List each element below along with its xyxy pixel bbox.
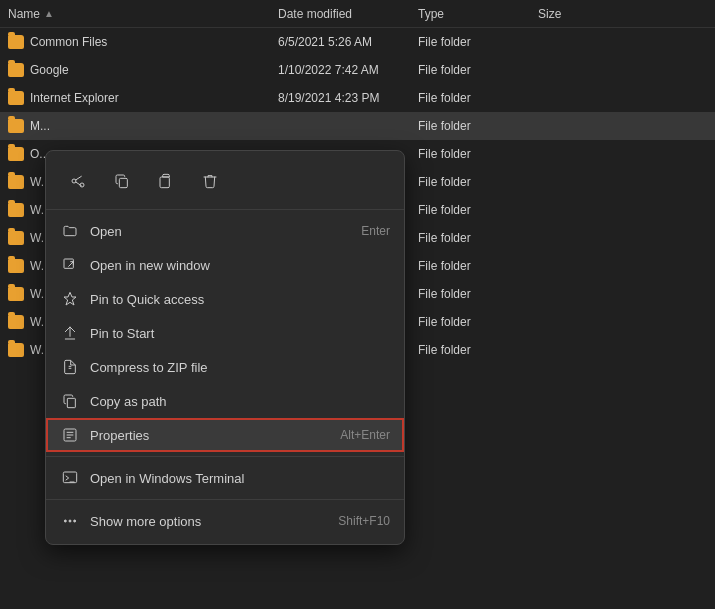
file-type-cell: File folder bbox=[418, 91, 538, 105]
menu-item-open-terminal[interactable]: Open in Windows Terminal bbox=[46, 461, 404, 495]
folder-icon bbox=[8, 147, 24, 161]
pin-svg bbox=[62, 291, 78, 307]
pin-start-label: Pin to Start bbox=[90, 326, 390, 341]
open-shortcut: Enter bbox=[361, 224, 390, 238]
file-list-header: Name ▲ Date modified Type Size bbox=[0, 0, 715, 28]
copy-icon[interactable] bbox=[104, 163, 140, 199]
file-type-cell: File folder bbox=[418, 35, 538, 49]
terminal-icon bbox=[60, 468, 80, 488]
file-name-cell: M... bbox=[8, 119, 278, 133]
properties-label: Properties bbox=[90, 428, 340, 443]
file-type-cell: File folder bbox=[418, 203, 538, 217]
paste-svg bbox=[158, 173, 174, 189]
file-name-cell: Google bbox=[8, 63, 278, 77]
terminal-svg bbox=[62, 470, 78, 486]
folder-icon bbox=[8, 231, 24, 245]
file-type-cell: File folder bbox=[418, 259, 538, 273]
pin-quick-icon bbox=[60, 289, 80, 309]
column-size: Size bbox=[538, 7, 618, 21]
svg-rect-10 bbox=[63, 472, 76, 483]
copy-svg bbox=[114, 173, 130, 189]
svg-point-12 bbox=[69, 520, 71, 522]
column-date: Date modified bbox=[278, 7, 418, 21]
file-type-cell: File folder bbox=[418, 231, 538, 245]
column-type: Type bbox=[418, 7, 538, 21]
copy-path-icon bbox=[60, 391, 80, 411]
cut-icon[interactable] bbox=[60, 163, 96, 199]
table-row[interactable]: Google 1/10/2022 7:42 AM File folder bbox=[0, 56, 715, 84]
properties-icon bbox=[60, 425, 80, 445]
open-label: Open bbox=[90, 224, 361, 239]
col-size-label: Size bbox=[538, 7, 561, 21]
show-more-label: Show more options bbox=[90, 514, 338, 529]
menu-item-properties[interactable]: Properties Alt+Enter bbox=[46, 418, 404, 452]
zip-svg bbox=[62, 359, 78, 375]
svg-rect-5 bbox=[67, 398, 75, 407]
paste-icon[interactable] bbox=[148, 163, 184, 199]
folder-icon bbox=[8, 343, 24, 357]
file-type-cell: File folder bbox=[418, 315, 538, 329]
file-type-cell: File folder bbox=[418, 175, 538, 189]
menu-item-show-more[interactable]: Show more options Shift+F10 bbox=[46, 504, 404, 538]
file-name-text: Common Files bbox=[30, 35, 107, 49]
folder-icon bbox=[8, 63, 24, 77]
menu-item-pin-start[interactable]: Pin to Start bbox=[46, 316, 404, 350]
file-date-cell: 1/10/2022 7:42 AM bbox=[278, 63, 418, 77]
table-row[interactable]: Internet Explorer 8/19/2021 4:23 PM File… bbox=[0, 84, 715, 112]
file-type-cell: File folder bbox=[418, 147, 538, 161]
svg-point-11 bbox=[64, 520, 66, 522]
compress-icon bbox=[60, 357, 80, 377]
file-explorer: Name ▲ Date modified Type Size Common Fi… bbox=[0, 0, 715, 609]
file-name-cell: Common Files bbox=[8, 35, 278, 49]
menu-item-copy-path[interactable]: Copy as path bbox=[46, 384, 404, 418]
more-svg bbox=[62, 513, 78, 529]
menu-item-open-new-window[interactable]: Open in new window bbox=[46, 248, 404, 282]
file-date-cell: 6/5/2021 5:26 AM bbox=[278, 35, 418, 49]
column-name: Name ▲ bbox=[8, 7, 278, 21]
menu-separator-2 bbox=[46, 499, 404, 500]
col-date-label: Date modified bbox=[278, 7, 352, 21]
open-new-window-label: Open in new window bbox=[90, 258, 390, 273]
delete-icon[interactable] bbox=[192, 163, 228, 199]
table-row[interactable]: M... File folder bbox=[0, 112, 715, 140]
folder-icon bbox=[8, 175, 24, 189]
file-type-cell: File folder bbox=[418, 63, 538, 77]
col-type-label: Type bbox=[418, 7, 444, 21]
file-type-cell: File folder bbox=[418, 343, 538, 357]
delete-svg bbox=[202, 173, 218, 189]
properties-shortcut: Alt+Enter bbox=[340, 428, 390, 442]
menu-separator bbox=[46, 456, 404, 457]
folder-icon bbox=[8, 259, 24, 273]
terminal-label: Open in Windows Terminal bbox=[90, 471, 390, 486]
pin-start-icon bbox=[60, 323, 80, 343]
folder-icon bbox=[8, 203, 24, 217]
file-name-text: Google bbox=[30, 63, 69, 77]
folder-icon bbox=[8, 119, 24, 133]
file-name-text: M... bbox=[30, 119, 50, 133]
sort-arrow-icon: ▲ bbox=[44, 8, 54, 19]
cut-svg bbox=[70, 173, 86, 189]
context-menu: Open Enter Open in new window Pin to Qui… bbox=[45, 150, 405, 545]
folder-icon bbox=[8, 35, 24, 49]
menu-item-open[interactable]: Open Enter bbox=[46, 214, 404, 248]
pin-quick-label: Pin to Quick access bbox=[90, 292, 390, 307]
svg-rect-0 bbox=[119, 178, 127, 187]
copy-path-svg bbox=[62, 393, 78, 409]
file-type-cell: File folder bbox=[418, 287, 538, 301]
table-row[interactable]: Common Files 6/5/2021 5:26 AM File folde… bbox=[0, 28, 715, 56]
folder-icon bbox=[8, 287, 24, 301]
show-more-shortcut: Shift+F10 bbox=[338, 514, 390, 528]
file-name-cell: Internet Explorer bbox=[8, 91, 278, 105]
folder-icon bbox=[8, 315, 24, 329]
pin-start-svg bbox=[62, 325, 78, 341]
file-type-cell: File folder bbox=[418, 119, 538, 133]
file-name-text: Internet Explorer bbox=[30, 91, 119, 105]
new-window-icon bbox=[60, 255, 80, 275]
menu-item-compress-zip[interactable]: Compress to ZIP file bbox=[46, 350, 404, 384]
col-name-label: Name bbox=[8, 7, 40, 21]
properties-svg bbox=[62, 427, 78, 443]
compress-label: Compress to ZIP file bbox=[90, 360, 390, 375]
file-date-cell: 8/19/2021 4:23 PM bbox=[278, 91, 418, 105]
menu-item-pin-quick[interactable]: Pin to Quick access bbox=[46, 282, 404, 316]
copy-path-label: Copy as path bbox=[90, 394, 390, 409]
